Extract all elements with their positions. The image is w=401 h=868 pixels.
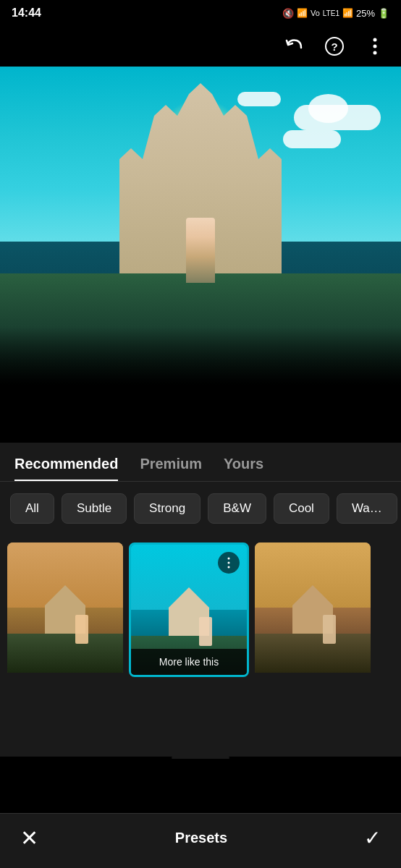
bottom-bar: ✕ Presets ✓ [0,813,401,868]
tab-yours[interactable]: Yours [224,448,263,481]
pill-bw[interactable]: B&W [208,493,266,524]
svg-point-4 [373,51,377,55]
signal-text: Vo [311,9,320,17]
svg-point-2 [373,38,377,42]
pill-all[interactable]: All [10,493,54,524]
signal-bars: 📶 [342,8,353,18]
photo-bottom-overlay [0,327,401,385]
action-bar: ? [0,26,401,67]
help-button[interactable]: ? [321,33,347,59]
undo-button[interactable] [281,33,307,59]
svg-text:?: ? [331,41,337,53]
wifi-icon: 📶 [297,8,308,18]
more-options-button[interactable] [362,33,388,59]
black-spacer [0,385,401,443]
svg-point-7 [228,566,230,569]
battery-percent: 25% [356,8,375,19]
preset-item-2[interactable]: More like this [129,542,249,677]
photo-background [0,67,401,385]
pill-cool[interactable]: Cool [274,493,329,524]
status-icons: 🔇 📶 Vo LTE1 📶 25% 🔋 [282,8,389,19]
pill-subtle[interactable]: Subtle [62,493,127,524]
filter-pills: All Subtle Strong B&W Cool Wa… [0,482,401,535]
preset-thumb-1 [7,542,123,673]
confirm-button[interactable]: ✓ [364,826,381,850]
presets-grid: More like this [0,535,401,692]
svg-point-6 [228,562,230,564]
person-silhouette [186,218,215,283]
tabs-row: Recommended Premium Yours [14,443,387,481]
preset-thumb-2: More like this [131,545,247,675]
pill-strong[interactable]: Strong [134,493,200,524]
tabs-section: Recommended Premium Yours [0,443,401,482]
pill-warm[interactable]: Wa… [337,493,397,524]
photo-area [0,67,401,385]
bottom-title: Presets [175,830,227,846]
scroll-indicator [172,757,229,759]
svg-point-5 [228,558,230,560]
mute-icon: 🔇 [282,8,294,19]
tab-recommended[interactable]: Recommended [14,448,118,481]
battery-icon: 🔋 [378,8,389,19]
bottom-spacer [0,692,401,757]
status-bar: 14:44 🔇 📶 Vo LTE1 📶 25% 🔋 [0,0,401,26]
more-options-preset-button[interactable] [218,552,240,574]
cancel-button[interactable]: ✕ [20,825,38,851]
tab-premium[interactable]: Premium [140,448,202,481]
status-time: 14:44 [12,7,41,20]
lte-icon: LTE1 [323,9,339,17]
svg-point-3 [373,45,377,48]
more-like-this-overlay[interactable]: More like this [131,649,247,675]
preset-item-1[interactable] [7,542,123,677]
preset-item-3[interactable] [255,542,371,677]
preset-thumb-3 [255,542,371,673]
